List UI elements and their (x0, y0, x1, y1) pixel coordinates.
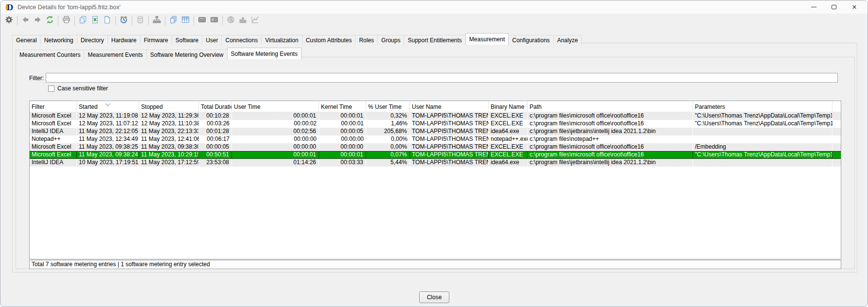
subtab-software-metering-events[interactable]: Software Metering Events (227, 48, 301, 59)
close-button[interactable]: Close (419, 291, 449, 303)
subtab-measurement-events[interactable]: Measurement Events (84, 50, 146, 59)
column-header-path[interactable]: Path (528, 101, 693, 112)
alarm-clock-icon (120, 16, 128, 26)
tab-directory[interactable]: Directory (77, 35, 108, 45)
back-icon (21, 16, 30, 26)
table-row[interactable]: Microsoft Excel12 May 2023, 11:07:1212 M… (30, 120, 841, 128)
column-header-kernel-time[interactable]: Kernel Time (319, 101, 366, 112)
line-chart-icon (251, 16, 259, 26)
tab-configurations[interactable]: Configurations (508, 35, 553, 45)
cell-user-time: 1,46% (366, 120, 410, 128)
cell-user-time: 00:00:02 (232, 120, 319, 128)
refresh-button[interactable] (44, 15, 56, 26)
cell-stopped: 11 May 2023, 09:38:30 (139, 143, 199, 151)
cell-parameters (693, 128, 833, 136)
column-header-parameters[interactable]: Parameters (693, 101, 833, 112)
settings-gear-icon (5, 16, 13, 26)
case-sensitive-checkbox[interactable] (48, 85, 54, 92)
tab-support-entitlements[interactable]: Support Entitlements (404, 35, 465, 45)
tab-roles[interactable]: Roles (355, 35, 378, 45)
tab-measurement[interactable]: Measurement (465, 33, 509, 45)
software-metering-events-page: Filter: Case sensitive filter FilterStar… (16, 57, 855, 269)
column-header-binary-name[interactable]: Binary Name (489, 101, 528, 112)
refresh-icon (46, 16, 54, 26)
tab-software[interactable]: Software (172, 35, 202, 45)
export-excel-button[interactable] (89, 15, 101, 26)
cell-path: c:\program files\microsoft office\root\o… (528, 152, 693, 158)
pie-chart-button[interactable] (225, 15, 237, 26)
minimize-icon (811, 7, 816, 7)
column-header-user-time[interactable]: % User Time (366, 101, 410, 112)
table-row-selected[interactable]: Microsoft Excel11 May 2023, 09:38:2411 M… (30, 151, 841, 159)
cell-path: c:\program files\microsoft office\root\o… (528, 143, 693, 151)
column-header-total-duration[interactable]: Total Duration (199, 101, 232, 112)
close-window-button[interactable]: × (844, 0, 865, 14)
panel-dark-1-button[interactable] (196, 15, 208, 26)
bar-chart-button[interactable] (237, 15, 249, 26)
tab-analyze[interactable]: Analyze (553, 35, 582, 45)
document-button[interactable] (101, 15, 113, 26)
cell-user-name: TOM-LAPPI5\THOMAS TRENZ (410, 136, 489, 143)
cell-total-duration: 23:53:08 (199, 159, 232, 167)
copy-button[interactable] (77, 15, 89, 26)
tab-hardware[interactable]: Hardware (107, 35, 141, 45)
tab-groups[interactable]: Groups (377, 35, 404, 45)
print-button[interactable] (60, 15, 72, 26)
cell-user-time: 0,00% (366, 143, 410, 151)
tab-firmware[interactable]: Firmware (140, 35, 172, 45)
column-header-filter[interactable]: Filter (30, 101, 77, 112)
subtab-measurement-counters[interactable]: Measurement Counters (16, 50, 84, 59)
tab-connections[interactable]: Connections (221, 35, 262, 45)
copy-pages-button[interactable] (167, 15, 179, 26)
table-row[interactable]: IntelliJ IDEA11 May 2023, 22:12:0511 May… (30, 128, 841, 136)
maximize-button[interactable] (824, 0, 844, 14)
filter-input[interactable] (46, 73, 838, 83)
table-body: Microsoft Excel12 May 2023, 11:19:0812 M… (30, 112, 841, 167)
export-excel-icon (91, 16, 99, 26)
back-button[interactable] (19, 15, 32, 26)
table-row[interactable]: Notepad++11 May 2023, 12:34:4911 May 202… (30, 136, 841, 143)
toolbar-separator (17, 16, 18, 25)
toolbar-separator (132, 16, 132, 25)
maximize-icon (832, 5, 836, 9)
table-row[interactable]: IntelliJ IDEA10 May 2023, 17:19:5111 May… (30, 159, 841, 167)
column-header-user-time[interactable]: User Time (232, 101, 319, 112)
cell-user-time: 01:14:26 (232, 159, 319, 167)
cell-kernel-time: 00:00:01 (319, 120, 366, 128)
minimize-button[interactable] (803, 0, 824, 14)
table-row[interactable]: Microsoft Excel11 May 2023, 09:38:2511 M… (30, 143, 841, 151)
cell-stopped: 11 May 2023, 22:13:33 (139, 128, 199, 136)
tab-general[interactable]: General (12, 35, 41, 45)
tab-custom-attributes[interactable]: Custom Attributes (302, 35, 356, 45)
close-icon: × (852, 3, 856, 11)
database-button[interactable] (134, 15, 146, 26)
table-view-icon (181, 16, 190, 26)
forward-button[interactable] (32, 15, 44, 26)
filter-label: Filter: (29, 75, 44, 82)
sitemap-button[interactable] (151, 15, 163, 26)
column-header-started[interactable]: Started (77, 101, 139, 112)
table-row[interactable]: Microsoft Excel12 May 2023, 11:19:0812 M… (30, 112, 841, 120)
cell-path: c:\program files\microsoft office\root\o… (528, 112, 693, 120)
title-bar[interactable]: D Device Details for 'tom-lappi5.fritz.b… (0, 0, 868, 14)
cell-binary-name: EXCEL.EXE (489, 152, 528, 158)
cell-kernel-time: 00:00:01 (319, 112, 366, 120)
alarm-clock-button[interactable] (118, 15, 130, 26)
column-header-stopped[interactable]: Stopped (139, 101, 199, 112)
database-icon (136, 16, 144, 26)
settings-gear-button[interactable] (3, 15, 15, 26)
print-icon (62, 16, 71, 26)
panel-dark-2-button[interactable] (208, 15, 220, 26)
column-header-user-name[interactable]: User Name (410, 101, 489, 112)
cell-started: 11 May 2023, 09:38:24 (77, 152, 139, 158)
subtab-software-metering-overview[interactable]: Software Metering Overview (146, 50, 228, 59)
main-tab-strip: GeneralNetworkingDirectoryHardwareFirmwa… (12, 33, 581, 45)
table-view-button[interactable] (179, 15, 192, 26)
device-details-window: D Device Details for 'tom-lappi5.fritz.b… (0, 0, 868, 307)
cell-parameters: "C:\Users\Thomas Trenz\AppData\Local\Tem… (693, 120, 833, 128)
tab-networking[interactable]: Networking (40, 35, 77, 45)
tab-user[interactable]: User (202, 35, 222, 45)
line-chart-button[interactable] (249, 15, 261, 26)
cell-user-name: TOM-LAPPI5\THOMAS TRENZ (410, 159, 489, 167)
tab-virtualization[interactable]: Virtualization (261, 35, 302, 45)
